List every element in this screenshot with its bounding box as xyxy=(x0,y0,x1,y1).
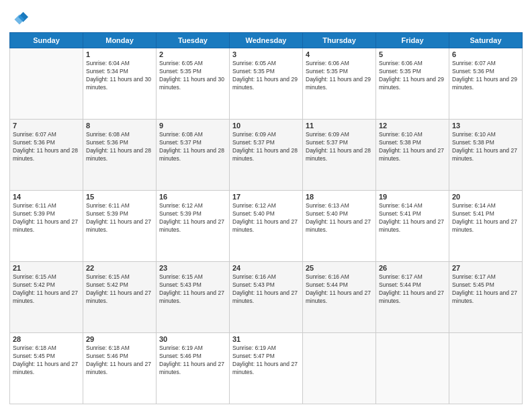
day-number: 25 xyxy=(306,264,373,272)
day-cell xyxy=(10,48,83,120)
day-cell: 3Sunrise: 6:05 AMSunset: 5:35 PMDaylight… xyxy=(230,48,303,120)
day-cell: 26Sunrise: 6:17 AMSunset: 5:44 PMDayligh… xyxy=(376,262,449,333)
day-info: Sunrise: 6:18 AMSunset: 5:46 PMDaylight:… xyxy=(86,345,153,377)
day-cell: 25Sunrise: 6:16 AMSunset: 5:44 PMDayligh… xyxy=(303,262,376,333)
day-cell: 31Sunrise: 6:19 AMSunset: 5:47 PMDayligh… xyxy=(230,333,303,404)
day-cell: 24Sunrise: 6:16 AMSunset: 5:43 PMDayligh… xyxy=(230,262,303,333)
day-info: Sunrise: 6:15 AMSunset: 5:42 PMDaylight:… xyxy=(13,273,80,306)
day-number: 12 xyxy=(379,122,446,130)
day-cell xyxy=(376,333,449,404)
day-info: Sunrise: 6:08 AMSunset: 5:37 PMDaylight:… xyxy=(159,131,226,163)
col-header-sunday: Sunday xyxy=(10,33,83,48)
day-info: Sunrise: 6:11 AMSunset: 5:39 PMDaylight:… xyxy=(86,202,153,234)
col-header-thursday: Thursday xyxy=(303,33,376,48)
day-number: 3 xyxy=(232,50,300,58)
day-cell: 14Sunrise: 6:11 AMSunset: 5:39 PMDayligh… xyxy=(10,191,83,262)
day-number: 28 xyxy=(13,335,80,343)
day-info: Sunrise: 6:17 AMSunset: 5:45 PMDaylight:… xyxy=(452,273,519,306)
day-number: 8 xyxy=(86,122,153,130)
calendar-table: SundayMondayTuesdayWednesdayThursdayFrid… xyxy=(9,32,523,404)
day-cell: 19Sunrise: 6:14 AMSunset: 5:41 PMDayligh… xyxy=(376,191,449,262)
day-number: 6 xyxy=(452,50,519,58)
day-cell: 6Sunrise: 6:07 AMSunset: 5:36 PMDaylight… xyxy=(449,48,523,120)
week-row-5: 28Sunrise: 6:18 AMSunset: 5:45 PMDayligh… xyxy=(10,333,523,404)
col-header-monday: Monday xyxy=(83,33,157,48)
day-cell xyxy=(303,333,376,404)
day-cell: 30Sunrise: 6:19 AMSunset: 5:46 PMDayligh… xyxy=(157,333,230,404)
day-info: Sunrise: 6:08 AMSunset: 5:36 PMDaylight:… xyxy=(86,131,153,163)
day-info: Sunrise: 6:12 AMSunset: 5:39 PMDaylight:… xyxy=(159,202,226,234)
day-number: 11 xyxy=(306,122,373,130)
day-info: Sunrise: 6:14 AMSunset: 5:41 PMDaylight:… xyxy=(379,202,446,234)
day-info: Sunrise: 6:05 AMSunset: 5:35 PMDaylight:… xyxy=(232,60,300,92)
day-number: 17 xyxy=(232,193,300,201)
day-cell: 29Sunrise: 6:18 AMSunset: 5:46 PMDayligh… xyxy=(83,333,157,404)
day-cell: 16Sunrise: 6:12 AMSunset: 5:39 PMDayligh… xyxy=(157,191,230,262)
page: SundayMondayTuesdayWednesdayThursdayFrid… xyxy=(0,0,532,411)
day-info: Sunrise: 6:15 AMSunset: 5:42 PMDaylight:… xyxy=(86,273,153,306)
day-info: Sunrise: 6:06 AMSunset: 5:35 PMDaylight:… xyxy=(379,60,446,92)
day-cell: 1Sunrise: 6:04 AMSunset: 5:34 PMDaylight… xyxy=(83,48,157,120)
day-info: Sunrise: 6:19 AMSunset: 5:46 PMDaylight:… xyxy=(159,345,226,377)
week-row-4: 21Sunrise: 6:15 AMSunset: 5:42 PMDayligh… xyxy=(10,262,523,333)
day-info: Sunrise: 6:17 AMSunset: 5:44 PMDaylight:… xyxy=(379,273,446,306)
day-cell: 8Sunrise: 6:08 AMSunset: 5:36 PMDaylight… xyxy=(83,120,157,191)
day-cell: 22Sunrise: 6:15 AMSunset: 5:42 PMDayligh… xyxy=(83,262,157,333)
day-number: 23 xyxy=(159,264,226,272)
day-info: Sunrise: 6:16 AMSunset: 5:43 PMDaylight:… xyxy=(232,273,300,306)
day-info: Sunrise: 6:04 AMSunset: 5:34 PMDaylight:… xyxy=(86,60,153,92)
day-number: 5 xyxy=(379,50,446,58)
day-info: Sunrise: 6:19 AMSunset: 5:47 PMDaylight:… xyxy=(232,345,300,377)
day-number: 22 xyxy=(86,264,153,272)
day-cell: 27Sunrise: 6:17 AMSunset: 5:45 PMDayligh… xyxy=(449,262,523,333)
day-number: 30 xyxy=(159,335,226,343)
day-info: Sunrise: 6:18 AMSunset: 5:45 PMDaylight:… xyxy=(13,345,80,377)
day-info: Sunrise: 6:14 AMSunset: 5:41 PMDaylight:… xyxy=(452,202,519,234)
day-info: Sunrise: 6:09 AMSunset: 5:37 PMDaylight:… xyxy=(232,131,300,163)
day-info: Sunrise: 6:10 AMSunset: 5:38 PMDaylight:… xyxy=(379,131,446,163)
col-header-saturday: Saturday xyxy=(449,33,523,48)
day-number: 21 xyxy=(13,264,80,272)
day-number: 26 xyxy=(379,264,446,272)
day-number: 19 xyxy=(379,193,446,201)
day-number: 7 xyxy=(13,122,80,130)
day-number: 10 xyxy=(232,122,300,130)
day-number: 18 xyxy=(306,193,373,201)
day-cell: 20Sunrise: 6:14 AMSunset: 5:41 PMDayligh… xyxy=(449,191,523,262)
day-cell: 17Sunrise: 6:12 AMSunset: 5:40 PMDayligh… xyxy=(230,191,303,262)
day-cell: 11Sunrise: 6:09 AMSunset: 5:37 PMDayligh… xyxy=(303,120,376,191)
day-number: 20 xyxy=(452,193,519,201)
day-number: 13 xyxy=(452,122,519,130)
day-cell: 9Sunrise: 6:08 AMSunset: 5:37 PMDaylight… xyxy=(157,120,230,191)
week-row-1: 1Sunrise: 6:04 AMSunset: 5:34 PMDaylight… xyxy=(10,48,523,120)
week-row-2: 7Sunrise: 6:07 AMSunset: 5:36 PMDaylight… xyxy=(10,120,523,191)
header xyxy=(9,7,523,28)
day-number: 24 xyxy=(232,264,300,272)
col-header-wednesday: Wednesday xyxy=(230,33,303,48)
col-header-friday: Friday xyxy=(376,33,449,48)
day-number: 14 xyxy=(13,193,80,201)
week-row-3: 14Sunrise: 6:11 AMSunset: 5:39 PMDayligh… xyxy=(10,191,523,262)
day-info: Sunrise: 6:06 AMSunset: 5:35 PMDaylight:… xyxy=(306,60,373,92)
day-cell: 13Sunrise: 6:10 AMSunset: 5:38 PMDayligh… xyxy=(449,120,523,191)
day-number: 9 xyxy=(159,122,226,130)
day-info: Sunrise: 6:07 AMSunset: 5:36 PMDaylight:… xyxy=(13,131,80,163)
day-number: 31 xyxy=(232,335,300,343)
day-info: Sunrise: 6:11 AMSunset: 5:39 PMDaylight:… xyxy=(13,202,80,234)
day-info: Sunrise: 6:10 AMSunset: 5:38 PMDaylight:… xyxy=(452,131,519,163)
day-cell xyxy=(449,333,523,404)
logo-icon xyxy=(9,9,28,28)
day-cell: 28Sunrise: 6:18 AMSunset: 5:45 PMDayligh… xyxy=(10,333,83,404)
day-cell: 4Sunrise: 6:06 AMSunset: 5:35 PMDaylight… xyxy=(303,48,376,120)
day-number: 15 xyxy=(86,193,153,201)
day-cell: 15Sunrise: 6:11 AMSunset: 5:39 PMDayligh… xyxy=(83,191,157,262)
day-cell: 23Sunrise: 6:15 AMSunset: 5:43 PMDayligh… xyxy=(157,262,230,333)
day-info: Sunrise: 6:07 AMSunset: 5:36 PMDaylight:… xyxy=(452,60,519,92)
day-info: Sunrise: 6:12 AMSunset: 5:40 PMDaylight:… xyxy=(232,202,300,234)
day-info: Sunrise: 6:09 AMSunset: 5:37 PMDaylight:… xyxy=(306,131,373,163)
day-cell: 18Sunrise: 6:13 AMSunset: 5:40 PMDayligh… xyxy=(303,191,376,262)
day-info: Sunrise: 6:13 AMSunset: 5:40 PMDaylight:… xyxy=(306,202,373,234)
day-number: 4 xyxy=(306,50,373,58)
day-cell: 2Sunrise: 6:05 AMSunset: 5:35 PMDaylight… xyxy=(157,48,230,120)
day-info: Sunrise: 6:16 AMSunset: 5:44 PMDaylight:… xyxy=(306,273,373,306)
